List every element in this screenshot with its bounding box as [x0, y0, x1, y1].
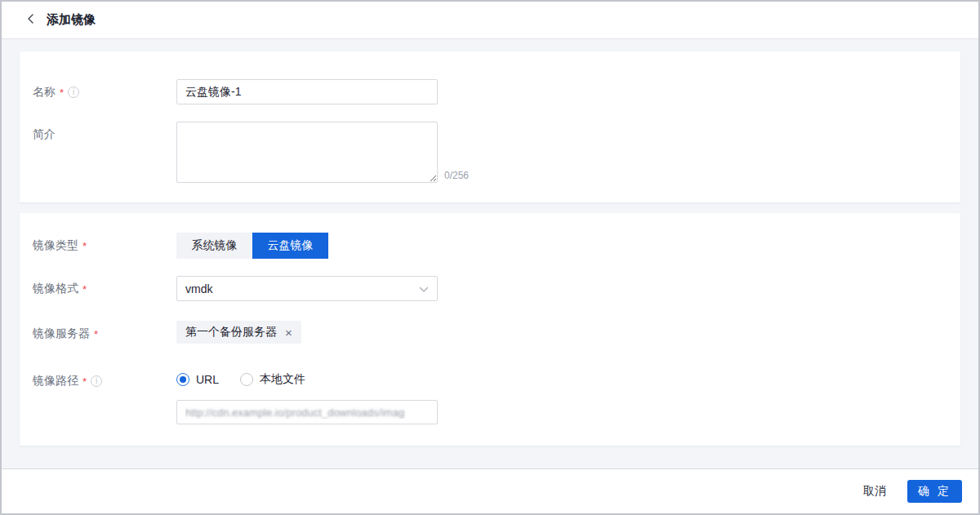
chevron-left-icon [26, 14, 35, 26]
page-title: 添加镜像 [47, 12, 96, 28]
image-format-value: vmdk [185, 282, 212, 295]
image-format-row: 镜像格式 * vmdk [33, 276, 947, 301]
image-path-label: 镜像路径 [33, 374, 78, 388]
info-icon[interactable]: i [68, 87, 79, 98]
server-tag-label: 第一个备份服务器 [185, 325, 277, 340]
image-path-row: 镜像路径 * i URL 本地文件 [33, 368, 947, 424]
image-format-label: 镜像格式 [33, 282, 78, 296]
image-type-option-system[interactable]: 系统镜像 [176, 233, 252, 259]
radio-local-file[interactable]: 本地文件 [240, 372, 305, 387]
footer-bar: 取消 确 定 [2, 468, 978, 513]
info-icon[interactable]: i [91, 375, 102, 387]
basic-info-card: 名称 * i 简介 0/256 [20, 51, 960, 202]
intro-textarea[interactable] [176, 122, 438, 183]
required-asterisk: * [94, 326, 98, 340]
chevron-down-icon [419, 282, 429, 296]
name-label-group: 名称 * i [33, 79, 176, 100]
name-input[interactable] [176, 79, 438, 104]
image-path-controls: URL 本地文件 [176, 368, 438, 424]
radio-selected-icon [176, 373, 189, 386]
image-type-option-volume[interactable]: 云盘镜像 [252, 233, 328, 259]
image-server-label: 镜像服务器 [33, 326, 90, 341]
required-asterisk: * [82, 374, 87, 388]
path-source-radio-group: URL 本地文件 [176, 368, 438, 387]
intro-field-wrap: 0/256 [176, 122, 469, 183]
add-image-page: 添加镜像 名称 * i 简介 0/256 [0, 0, 980, 515]
required-asterisk: * [82, 238, 87, 252]
intro-label-group: 简介 [33, 122, 176, 142]
image-server-label-group: 镜像服务器 * [33, 321, 176, 341]
image-server-row: 镜像服务器 * 第一个备份服务器 × [33, 321, 947, 344]
page-header: 添加镜像 [2, 2, 978, 39]
tag-close-icon[interactable]: × [285, 326, 292, 339]
required-asterisk: * [82, 282, 87, 295]
image-format-select[interactable]: vmdk [176, 276, 438, 301]
image-format-label-group: 镜像格式 * [33, 276, 176, 296]
name-label: 名称 [33, 85, 56, 100]
radio-url[interactable]: URL [176, 373, 219, 386]
back-button[interactable] [24, 12, 37, 28]
image-type-toggle-group: 系统镜像 云盘镜像 [176, 233, 328, 259]
confirm-button[interactable]: 确 定 [907, 480, 962, 503]
radio-local-file-label: 本地文件 [260, 372, 305, 387]
cancel-button[interactable]: 取消 [863, 484, 886, 499]
url-input[interactable] [176, 400, 438, 424]
image-path-label-group: 镜像路径 * i [33, 368, 176, 388]
required-asterisk: * [60, 85, 64, 99]
form-area: 名称 * i 简介 0/256 镜像类型 [2, 39, 978, 468]
image-type-row: 镜像类型 * 系统镜像 云盘镜像 [33, 233, 947, 259]
server-tag: 第一个备份服务器 × [176, 321, 301, 344]
radio-unselected-icon [240, 373, 253, 386]
image-type-label-group: 镜像类型 * [33, 233, 176, 253]
intro-label: 简介 [33, 127, 56, 142]
image-config-card: 镜像类型 * 系统镜像 云盘镜像 镜像格式 * vmdk [20, 213, 960, 446]
intro-row: 简介 0/256 [33, 122, 947, 183]
radio-url-label: URL [196, 373, 219, 386]
char-counter: 0/256 [444, 170, 469, 183]
name-row: 名称 * i [33, 79, 947, 104]
image-type-label: 镜像类型 [33, 238, 78, 253]
